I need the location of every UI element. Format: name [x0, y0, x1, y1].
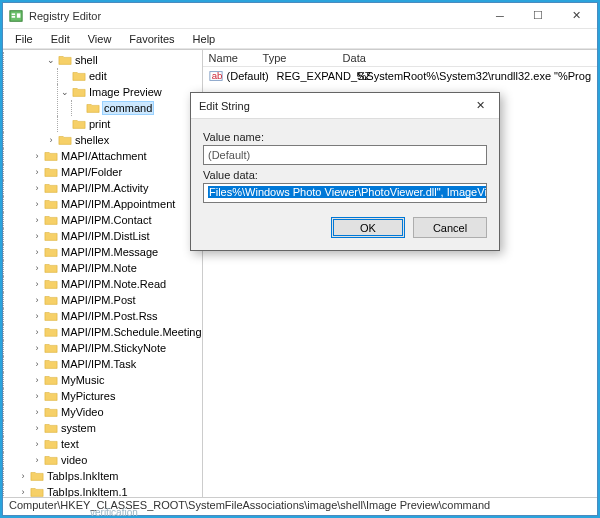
window-title: Registry Editor: [29, 10, 481, 22]
dialog-title: Edit String: [199, 100, 463, 112]
tree-item[interactable]: ⌄shell: [43, 52, 202, 68]
menu-file[interactable]: File: [7, 31, 41, 47]
tree-item[interactable]: ›MAPI/IPM.DistList: [29, 228, 202, 244]
dialog-titlebar[interactable]: Edit String ✕: [191, 93, 499, 119]
tree-expander[interactable]: ›: [31, 454, 43, 466]
column-headers[interactable]: Name Type Data: [203, 50, 597, 67]
menubar: File Edit View Favorites Help: [3, 29, 597, 49]
dialog-close-button[interactable]: ✕: [463, 94, 497, 118]
tree-item[interactable]: ›system: [29, 420, 202, 436]
tree-expander[interactable]: ›: [17, 486, 29, 497]
value-name-label: Value name:: [203, 131, 487, 143]
menu-help[interactable]: Help: [185, 31, 224, 47]
value-data-label: Value data:: [203, 169, 487, 181]
menu-favorites[interactable]: Favorites: [121, 31, 182, 47]
cancel-button[interactable]: Cancel: [413, 217, 487, 238]
menu-view[interactable]: View: [80, 31, 120, 47]
svg-rect-1: [12, 13, 16, 15]
regedit-icon: [9, 9, 23, 23]
tree-item[interactable]: ›MAPI/IPM.Post.Rss: [29, 308, 202, 324]
tree-expander[interactable]: ›: [31, 294, 43, 306]
tree-item[interactable]: edit: [57, 68, 202, 84]
value-name-input[interactable]: [203, 145, 487, 165]
titlebar[interactable]: Registry Editor ─ ☐ ✕: [3, 3, 597, 29]
value-data-selection: Files%\Windows Photo Viewer\PhotoViewer.…: [208, 186, 487, 198]
tree-item[interactable]: ›shellex: [43, 132, 202, 148]
tree-item[interactable]: ›TabIps.InkItem.1: [15, 484, 202, 497]
tree-item[interactable]: ›MAPI/IPM.StickyNote: [29, 340, 202, 356]
tree-item[interactable]: ⌄Image Preview: [57, 84, 202, 100]
col-name[interactable]: Name: [209, 52, 263, 64]
tree-expander[interactable]: ›: [31, 150, 43, 162]
registry-editor-window: Registry Editor ─ ☐ ✕ File Edit View Fav…: [2, 2, 598, 516]
tree-pane[interactable]: ⌄shelledit⌄Image Previewcommandprint›she…: [3, 50, 203, 497]
tree-item[interactable]: ›TabIps.InkItem: [15, 468, 202, 484]
tree-expander[interactable]: ⌄: [45, 54, 57, 66]
tree-item[interactable]: ›MAPI/IPM.Schedule.Meeting: [29, 324, 202, 340]
tree-item[interactable]: ›video: [29, 452, 202, 468]
string-value-icon: ab: [209, 69, 223, 83]
tree-expander[interactable]: ›: [31, 230, 43, 242]
value-type: REG_EXPAND_SZ: [277, 70, 357, 82]
tree-expander[interactable]: ›: [31, 262, 43, 274]
tree-expander[interactable]: ›: [31, 310, 43, 322]
tree-item[interactable]: ›MAPI/Folder: [29, 164, 202, 180]
tree-expander[interactable]: ›: [31, 342, 43, 354]
col-type[interactable]: Type: [263, 52, 343, 64]
tree-item[interactable]: ›MAPI/IPM.Task: [29, 356, 202, 372]
tree-expander[interactable]: ›: [31, 278, 43, 290]
ok-button[interactable]: OK: [331, 217, 405, 238]
tree-expander[interactable]: ›: [31, 246, 43, 258]
tree-item[interactable]: command: [71, 100, 202, 116]
tree-item[interactable]: ›MAPI/IPM.Message: [29, 244, 202, 260]
tree-expander[interactable]: ›: [17, 470, 29, 482]
tree-item[interactable]: ›MAPI/IPM.Post: [29, 292, 202, 308]
tree-item[interactable]: ›MyVideo: [29, 404, 202, 420]
svg-rect-3: [17, 13, 21, 17]
tree-item[interactable]: ›MAPI/IPM.Appointment: [29, 196, 202, 212]
tree-item[interactable]: ›MAPI/IPM.Note.Read: [29, 276, 202, 292]
tree-item[interactable]: ›MAPI/IPM.Contact: [29, 212, 202, 228]
svg-rect-2: [12, 16, 16, 18]
tree-item[interactable]: ›MAPI/IPM.Activity: [29, 180, 202, 196]
tree-expander[interactable]: ›: [31, 422, 43, 434]
tree-expander[interactable]: ›: [31, 358, 43, 370]
svg-text:ab: ab: [211, 70, 222, 81]
edit-string-dialog[interactable]: Edit String ✕ Value name: Value data: Fi…: [190, 92, 500, 251]
tree-expander[interactable]: ⌄: [59, 86, 71, 98]
tree-expander[interactable]: ›: [45, 134, 57, 146]
value-data-input[interactable]: Files%\Windows Photo Viewer\PhotoViewer.…: [203, 183, 487, 203]
tree-item[interactable]: print: [57, 116, 202, 132]
tree-expander[interactable]: ›: [31, 390, 43, 402]
list-row[interactable]: ab (Default) REG_EXPAND_SZ %SystemRoot%\…: [203, 67, 597, 85]
tree-expander[interactable]: ›: [31, 438, 43, 450]
menu-edit[interactable]: Edit: [43, 31, 78, 47]
tree-expander[interactable]: ›: [31, 374, 43, 386]
tree-expander[interactable]: ›: [31, 214, 43, 226]
tree-item[interactable]: ›text: [29, 436, 202, 452]
watermark-text: verification: [90, 507, 138, 518]
tree-expander[interactable]: ›: [31, 198, 43, 210]
tree-item[interactable]: ›MAPI/IPM.Note: [29, 260, 202, 276]
tree-expander[interactable]: ›: [31, 326, 43, 338]
col-data[interactable]: Data: [343, 52, 591, 64]
tree-expander[interactable]: ›: [31, 166, 43, 178]
tree-item[interactable]: ›MyPictures: [29, 388, 202, 404]
tree-item[interactable]: ›MyMusic: [29, 372, 202, 388]
tree-expander[interactable]: ›: [31, 406, 43, 418]
value-data: %SystemRoot%\System32\rundll32.exe "%Pro…: [357, 70, 591, 82]
maximize-button[interactable]: ☐: [519, 3, 557, 29]
close-button[interactable]: ✕: [557, 3, 595, 29]
value-name: (Default): [227, 70, 277, 82]
tree-expander[interactable]: ›: [31, 182, 43, 194]
tree-item[interactable]: ›MAPI/Attachment: [29, 148, 202, 164]
minimize-button[interactable]: ─: [481, 3, 519, 29]
